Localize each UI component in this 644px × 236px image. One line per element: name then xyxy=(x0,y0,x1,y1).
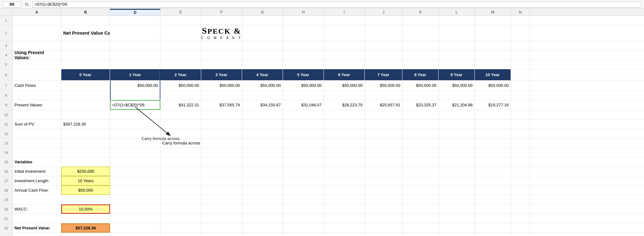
cell-c9[interactable] xyxy=(61,100,110,110)
cell-c4[interactable] xyxy=(61,50,110,59)
cell-h6-5year[interactable]: 5 Year xyxy=(283,69,324,80)
cell-l7-cf[interactable]: $50,000.00 xyxy=(439,81,475,90)
cell-n1[interactable] xyxy=(511,16,530,25)
cell-e7-cf[interactable]: $50,000.00 xyxy=(160,81,201,90)
cell-f7-cf[interactable]: $50,000.00 xyxy=(201,81,242,90)
col-header-g[interactable]: H xyxy=(283,9,324,15)
cell-h1[interactable] xyxy=(283,16,324,25)
cell-j1[interactable] xyxy=(365,16,402,25)
cell-d6-1year[interactable]: 1 Year xyxy=(110,69,160,80)
cell-e4[interactable] xyxy=(160,50,201,59)
cell-m4[interactable] xyxy=(475,50,511,59)
cell-i6-6year[interactable]: 6 Year xyxy=(324,69,365,80)
cell-e1[interactable] xyxy=(160,16,201,25)
cell-g6-4year[interactable]: 4 Year xyxy=(242,69,283,80)
cell-n3[interactable] xyxy=(511,41,530,50)
cell-h4[interactable] xyxy=(283,50,324,59)
col-header-b[interactable]: B xyxy=(61,9,110,15)
cell-g7-cf[interactable]: $50,000.00 xyxy=(242,81,283,90)
cell-k1[interactable] xyxy=(402,16,439,25)
col-header-c[interactable]: D xyxy=(110,9,160,15)
cell-j3[interactable] xyxy=(365,41,402,50)
cell-c18-annual-cf[interactable]: $50,000 xyxy=(61,186,110,195)
cell-g4[interactable] xyxy=(242,50,283,59)
cell-d2[interactable] xyxy=(110,25,160,41)
cell-f3[interactable] xyxy=(201,41,242,50)
cell-e3[interactable] xyxy=(160,41,201,50)
cell-g2[interactable] xyxy=(242,25,283,41)
cell-k2[interactable] xyxy=(402,25,439,41)
cell-c22-npv[interactable]: $57,228.36 xyxy=(61,223,110,233)
cell-l2[interactable] xyxy=(439,25,475,41)
cell-d9-formula[interactable]: =D7/(1+$C$20)^D6 xyxy=(110,100,160,110)
cell-n4[interactable] xyxy=(511,50,530,59)
cell-m9-pv[interactable]: $19,277.16 xyxy=(475,100,511,110)
cell-c7[interactable] xyxy=(61,81,110,90)
cell-n6[interactable] xyxy=(511,69,530,80)
col-header-l[interactable]: M xyxy=(475,9,511,15)
cell-c16-initial-inv[interactable]: $250,000 xyxy=(61,167,110,176)
cell-m2[interactable] xyxy=(475,25,511,41)
cell-k6-8year[interactable]: 8 Year xyxy=(402,69,439,80)
cell-d3[interactable] xyxy=(110,41,160,50)
cell-c17-inv-length[interactable]: 10 Years xyxy=(61,176,110,185)
cell-k3[interactable] xyxy=(402,41,439,50)
cell-d8[interactable] xyxy=(110,91,160,100)
cell-m3[interactable] xyxy=(475,41,511,50)
cell-f4[interactable] xyxy=(201,50,242,59)
col-header-d[interactable]: E xyxy=(160,9,201,15)
cell-f1[interactable] xyxy=(201,16,242,25)
cell-b6[interactable] xyxy=(13,69,61,80)
cell-m1[interactable] xyxy=(475,16,511,25)
cell-e6-2year[interactable]: 2 Year xyxy=(160,69,201,80)
cell-b1[interactable] xyxy=(13,16,61,25)
cell-j9-pv[interactable]: $25,657.91 xyxy=(365,100,402,110)
cell-n2[interactable] xyxy=(511,25,530,41)
cell-m6-10year[interactable]: 10 Year xyxy=(475,69,511,80)
cell-k7-cf[interactable]: $50,000.00 xyxy=(402,81,439,90)
cell-k9-pv[interactable]: $23,325.37 xyxy=(402,100,439,110)
cell-m7-cf[interactable]: $50,000.00 xyxy=(475,81,511,90)
cell-d4[interactable] xyxy=(110,50,160,59)
col-header-k[interactable]: L xyxy=(439,9,475,15)
cell-c6-0year[interactable]: 0 Year xyxy=(61,69,110,80)
cell-d1[interactable] xyxy=(110,16,160,25)
cell-i9-pv[interactable]: $28,223.70 xyxy=(324,100,365,110)
cell-i1[interactable] xyxy=(324,16,365,25)
col-header-i[interactable]: J xyxy=(365,9,402,15)
cell-b2[interactable] xyxy=(13,25,61,41)
cell-k4[interactable] xyxy=(402,50,439,59)
cell-c1[interactable] xyxy=(61,16,110,25)
cell-g3[interactable] xyxy=(242,41,283,50)
cell-f9-pv[interactable]: $37,565.74 xyxy=(201,100,242,110)
cell-h3[interactable] xyxy=(283,41,324,50)
col-header-h[interactable]: I xyxy=(324,9,365,15)
cell-f2[interactable]: SPECK & C O M P A N Y xyxy=(201,25,242,41)
cell-l3[interactable] xyxy=(439,41,475,50)
formula-bar-input[interactable]: =D7/(1+$C$20)^D6 xyxy=(32,1,641,8)
col-header-e[interactable]: F xyxy=(201,9,242,15)
cell-b3[interactable] xyxy=(13,41,61,50)
cell-j2[interactable] xyxy=(365,25,402,41)
cell-g9-pv[interactable]: $34,150.67 xyxy=(242,100,283,110)
cell-j7-cf[interactable]: $50,000.00 xyxy=(365,81,402,90)
col-header-f[interactable]: G xyxy=(242,9,283,15)
col-header-j[interactable]: K xyxy=(402,9,439,15)
cell-i3[interactable] xyxy=(324,41,365,50)
cell-i4[interactable] xyxy=(324,50,365,59)
cell-h2[interactable] xyxy=(283,25,324,41)
cell-e9-pv[interactable]: $41,322.31 xyxy=(160,100,201,110)
cell-f6-3year[interactable]: 3 Year xyxy=(201,69,242,80)
cell-j6-7year[interactable]: 7 Year xyxy=(365,69,402,80)
cell-l4[interactable] xyxy=(439,50,475,59)
col-header-m[interactable]: N xyxy=(511,9,530,15)
cell-i7-cf[interactable]: $50,000.00 xyxy=(324,81,365,90)
cell-i2[interactable] xyxy=(324,25,365,41)
cell-j4[interactable] xyxy=(365,50,402,59)
cell-l9-pv[interactable]: $21,204.88 xyxy=(439,100,475,110)
cell-c20-wacc[interactable]: 10.00% xyxy=(61,205,110,214)
cell-g1[interactable] xyxy=(242,16,283,25)
cell-c3[interactable] xyxy=(61,41,110,50)
cell-l6-9year[interactable]: 9 Year xyxy=(439,69,475,80)
cell-d7-cf[interactable]: $50,000.00 xyxy=(110,81,160,90)
